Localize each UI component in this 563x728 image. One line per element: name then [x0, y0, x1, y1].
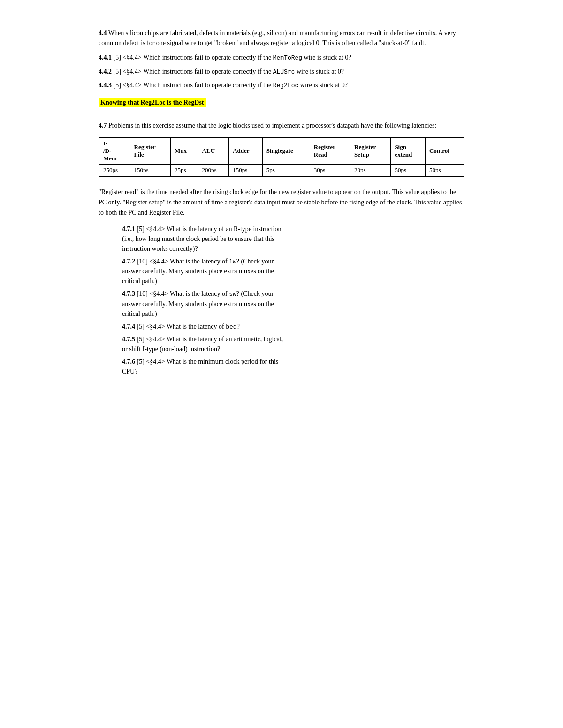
sub-473-critical-path: critical path.): [122, 310, 157, 317]
sub-472-text3: answer carefully. Many students place ex…: [122, 268, 274, 275]
sub-problems-list: 4.7.1 [5] <§4.4> What is the latency of …: [122, 224, 464, 377]
sub-441-number: 4.4.1: [99, 54, 112, 61]
section-47-intro-text: Problems in this exercise assume that th…: [108, 122, 436, 129]
sub-476-ref: <§4.4>: [146, 358, 165, 365]
section-44-text: When silicon chips are fabricated, defec…: [99, 30, 456, 46]
sub-471-points: [5]: [137, 225, 146, 233]
sub-471-ref: <§4.4>: [146, 225, 165, 233]
td-reg-setup-val: 20ps: [350, 164, 391, 176]
sub-475-text: What is the latency of an arithmetic, lo…: [167, 336, 283, 343]
sub-472-code: lw: [229, 258, 236, 265]
sub-471-text2: (i.e., how long must the clock period be…: [122, 235, 274, 242]
page-container: 4.4 When silicon chips are fabricated, d…: [99, 0, 464, 417]
td-regfile-val: 150ps: [130, 164, 170, 176]
sub-476-text2: CPU?: [122, 368, 137, 375]
section-44-number: 4.4: [99, 30, 107, 37]
td-mux-val: 25ps: [170, 164, 198, 176]
td-imem-val: 250ps: [99, 164, 130, 176]
highlight-note: Knowing that Reg2Loc is the RegDst: [99, 98, 206, 107]
sub-473-text3: answer carefully. Many students place ex…: [122, 300, 274, 308]
sub-441-text: Which instructions fail to operate corre…: [143, 54, 271, 61]
sub-443-points: [5]: [114, 82, 121, 89]
sub-476: 4.7.6 [5] <§4.4> What is the minimum clo…: [122, 357, 464, 376]
th-adder: Adder: [229, 137, 263, 164]
sub-471-text3: instruction works correctly)?: [122, 245, 198, 252]
section-47: 4.7 Problems in this exercise assume tha…: [99, 120, 464, 377]
section-47-intro: 4.7 Problems in this exercise assume tha…: [99, 120, 464, 130]
highlight-note-wrapper: Knowing that Reg2Loc is the RegDst: [99, 98, 464, 107]
th-singlegate: Singlegate: [262, 137, 310, 164]
sub-472-critical-path: critical path.): [122, 278, 157, 285]
sub-442-text2: wire is stuck at 0?: [297, 68, 344, 75]
section-44: 4.4 When silicon chips are fabricated, d…: [99, 28, 464, 107]
th-alu: ALU: [198, 137, 229, 164]
table-values-row: 250ps 150ps 25ps 200ps 150ps 5ps 30ps 20…: [99, 164, 464, 176]
latency-table-wrapper: I-/D-Mem RegisterFile Mux ALU Adder Sing…: [99, 137, 464, 177]
section-44-intro: 4.4 When silicon chips are fabricated, d…: [99, 28, 464, 48]
sub-441-points: [5]: [114, 54, 121, 61]
register-explanation: "Register read" is the time needed after…: [99, 187, 464, 218]
sub-442-ref: <§4.4>: [122, 68, 141, 75]
sub-474-code: beq: [226, 323, 236, 330]
sub-442-wire: ALUSrc: [273, 68, 295, 75]
sub-473: 4.7.3 [10] <§4.4> What is the latency of…: [122, 289, 464, 319]
sub-473-points: [10]: [137, 290, 150, 297]
sub-475-points: [5]: [137, 336, 146, 343]
td-alu-val: 200ps: [198, 164, 229, 176]
td-reg-read-val: 30ps: [310, 164, 350, 176]
sub-442-points: [5]: [114, 68, 121, 75]
sub-471: 4.7.1 [5] <§4.4> What is the latency of …: [122, 224, 464, 254]
sub-443-number: 4.4.3: [99, 82, 112, 89]
sub-441: 4.4.1 [5] <§4.4> Which instructions fail…: [99, 53, 464, 63]
sub-443-text2: wire is stuck at 0?: [300, 82, 348, 89]
td-singlegate-val: 5ps: [262, 164, 310, 176]
sub-443-text: Which instructions fail to operate corre…: [143, 82, 271, 89]
sub-443: 4.4.3 [5] <§4.4> Which instructions fail…: [99, 80, 464, 90]
sub-473-text2: ? (Check your: [236, 290, 274, 297]
sub-475-number: 4.7.5: [122, 336, 135, 343]
sub-473-code: sw: [229, 291, 236, 298]
sub-475-text2: or shift I-type (non-load) instruction?: [122, 345, 220, 353]
sub-475-ref: <§4.4>: [146, 336, 165, 343]
sub-474: 4.7.4 [5] <§4.4> What is the latency of …: [122, 322, 464, 332]
sub-476-number: 4.7.6: [122, 358, 135, 365]
th-sign-extend: Signextend: [391, 137, 426, 164]
sub-474-number: 4.7.4: [122, 323, 135, 330]
sub-441-ref: <§4.4>: [122, 54, 141, 61]
sub-473-text: What is the latency of: [170, 290, 229, 297]
sub-442-number: 4.4.2: [99, 68, 112, 75]
sub-475: 4.7.5 [5] <§4.4> What is the latency of …: [122, 334, 464, 354]
td-sign-extend-val: 50ps: [391, 164, 426, 176]
sub-471-number: 4.7.1: [122, 225, 135, 233]
sub-476-points: [5]: [137, 358, 146, 365]
section-47-number: 4.7: [99, 122, 107, 129]
sub-472-number: 4.7.2: [122, 258, 135, 265]
th-regfile: RegisterFile: [130, 137, 170, 164]
td-control-val: 50ps: [425, 164, 464, 176]
sub-474-text: What is the latency of: [167, 323, 226, 330]
sub-471-text: What is the latency of an R-type instruc…: [167, 225, 282, 233]
sub-441-wire: MemToReg: [273, 54, 302, 61]
sub-442: 4.4.2 [5] <§4.4> Which instructions fail…: [99, 67, 464, 77]
th-control: Control: [425, 137, 464, 164]
sub-474-ref: <§4.4>: [146, 323, 165, 330]
th-imem: I-/D-Mem: [99, 137, 130, 164]
sub-472-text: What is the latency of: [170, 258, 229, 265]
sub-474-points: [5]: [137, 323, 146, 330]
sub-441-text2: wire is stuck at 0?: [304, 54, 351, 61]
th-mux: Mux: [170, 137, 198, 164]
th-reg-setup: RegisterSetup: [350, 137, 391, 164]
sub-472-points: [10]: [137, 258, 150, 265]
sub-476-text: What is the minimum clock period for thi…: [167, 358, 278, 365]
sub-472-ref: <§4.4>: [149, 258, 168, 265]
sub-472-text2: ? (Check your: [236, 258, 274, 265]
sub-474-text2: ?: [237, 323, 240, 330]
sub-473-ref: <§4.4>: [149, 290, 168, 297]
sub-443-ref: <§4.4>: [122, 82, 141, 89]
sub-442-text: Which instructions fail to operate corre…: [143, 68, 271, 75]
th-reg-read: RegisterRead: [310, 137, 350, 164]
sub-473-number: 4.7.3: [122, 290, 135, 297]
sub-472: 4.7.2 [10] <§4.4> What is the latency of…: [122, 256, 464, 286]
td-adder-val: 150ps: [229, 164, 263, 176]
table-header-row: I-/D-Mem RegisterFile Mux ALU Adder Sing…: [99, 137, 464, 164]
